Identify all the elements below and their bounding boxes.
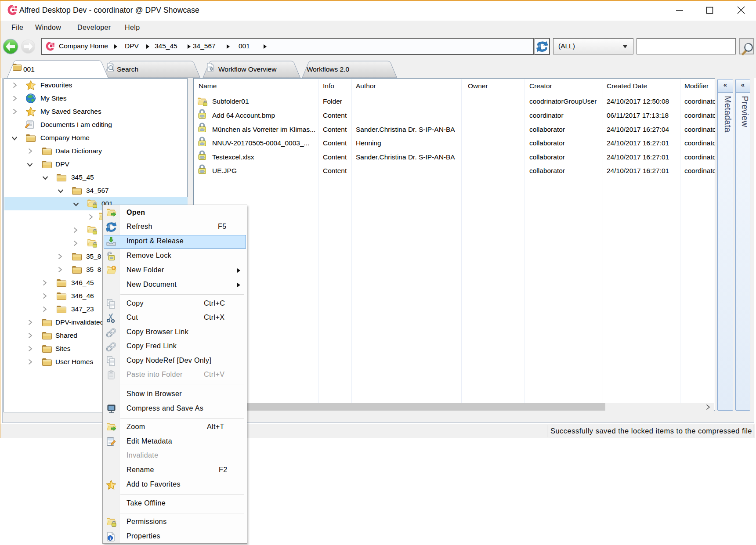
svg-text:001: 001 — [23, 65, 35, 73]
svg-text:Search: Search — [117, 65, 138, 73]
svg-text:Workflows 2.0: Workflows 2.0 — [307, 65, 349, 73]
svg-text:Workflow Overview: Workflow Overview — [218, 65, 277, 73]
